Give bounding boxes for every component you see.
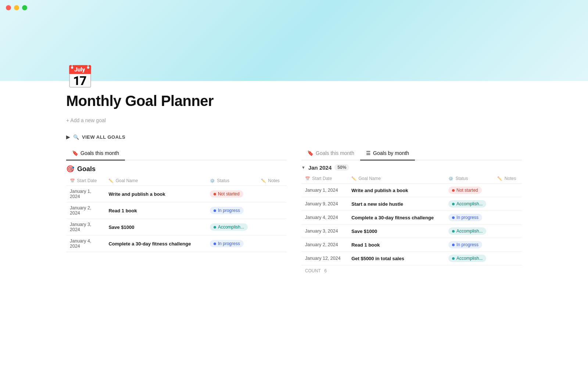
right-tab-nav: 🔖 Goals this month ☰ Goals by month <box>301 147 522 160</box>
right-column: 🔖 Goals this month ☰ Goals by month ▼ Ja… <box>301 147 522 276</box>
right-col-status: ⚙️ Status <box>445 174 494 184</box>
goal-name-cell[interactable]: Start a new side hustle <box>348 197 445 211</box>
close-button[interactable] <box>6 5 11 10</box>
group-header: ▼ Jan 2024 50% <box>301 160 522 174</box>
goal-name-cell[interactable]: Complete a 30-day fitness challenge <box>348 211 445 224</box>
goal-name-cell[interactable]: Read 1 book <box>348 238 445 252</box>
right-data-table: 📅 Start Date ✏️ Goal Name ⚙️ Status ✏ <box>301 174 522 265</box>
col-notes: ✏️ Notes <box>257 176 287 186</box>
page-icon: 📅 <box>66 66 522 88</box>
percent-badge: 50% <box>334 164 349 171</box>
page-title: Monthly Goal Planner <box>66 93 522 109</box>
col-goal-name: ✏️ Goal Name <box>105 176 206 186</box>
col-status: ⚙️ Status <box>206 176 257 186</box>
notes-cell[interactable] <box>494 238 522 252</box>
table-row: January 4,2024 Complete a 30-day fitness… <box>66 236 287 252</box>
tab-goals-by-month[interactable]: ☰ Goals by month <box>360 147 415 160</box>
right-col-start-date: 📅 Start Date <box>301 174 348 184</box>
table-row: January 12, 2024 Get $5000 in total sale… <box>301 252 522 265</box>
view-all-goals[interactable]: ▶ 🔍 VIEW ALL GOALS <box>66 134 522 140</box>
target-icon: 🎯 <box>66 165 74 173</box>
status-cell[interactable]: Accomplish... <box>445 197 494 211</box>
search-icon: 🔍 <box>73 134 79 140</box>
table-row: January 2,2024 Read 1 book In progress <box>66 202 287 219</box>
tab-by-month-label: Goals by month <box>373 150 409 156</box>
right-table-header-row: 📅 Start Date ✏️ Goal Name ⚙️ Status ✏ <box>301 174 522 184</box>
left-column: 🔖 Goals this month 🎯 Goals 📅 Start Da <box>66 147 287 252</box>
status-badge: In progress <box>210 207 244 214</box>
status-cell[interactable]: In progress <box>206 202 257 219</box>
goal-name-cell[interactable]: Save $1000 <box>105 219 206 236</box>
notes-cell[interactable] <box>257 219 287 236</box>
status-dot <box>452 189 455 192</box>
tab-goals-this-month[interactable]: 🔖 Goals this month <box>66 147 125 160</box>
status-badge: Accomplish... <box>448 227 486 235</box>
status-badge: Accomplish... <box>210 223 248 231</box>
triangle-icon: ▶ <box>66 134 70 140</box>
goal-name-cell[interactable]: Save $1000 <box>348 224 445 238</box>
status-cell[interactable]: Not started <box>206 186 257 202</box>
count-row: COUNT 6 <box>301 265 522 276</box>
table-row: January 3, 2024 Save $1000 Accomplish... <box>301 224 522 238</box>
date-cell: January 12, 2024 <box>301 252 348 265</box>
status-cell[interactable]: Accomplish... <box>445 224 494 238</box>
status-cell[interactable]: Not started <box>445 184 494 197</box>
status-cell[interactable]: Accomplish... <box>206 219 257 236</box>
status-dot <box>214 243 216 245</box>
status-cell[interactable]: In progress <box>445 211 494 224</box>
notes-cell[interactable] <box>257 186 287 202</box>
status-badge: In progress <box>448 214 482 221</box>
group-label: Jan 2024 <box>308 164 331 171</box>
goal-name-cell[interactable]: Write and publish a book <box>348 184 445 197</box>
notes-cell[interactable] <box>494 211 522 224</box>
goal-name-cell[interactable]: Read 1 book <box>105 202 206 219</box>
notes-cell[interactable] <box>494 184 522 197</box>
status-dot <box>214 193 216 195</box>
table-row: January 4, 2024 Complete a 30-day fitnes… <box>301 211 522 224</box>
status-cell[interactable]: In progress <box>445 238 494 252</box>
date-cell: January 2, 2024 <box>301 238 348 252</box>
list-icon-right: ☰ <box>366 150 371 156</box>
left-tab-nav: 🔖 Goals this month <box>66 147 287 160</box>
notes-cell[interactable] <box>494 197 522 211</box>
status-badge: Accomplish... <box>448 255 486 262</box>
col-start-date: 📅 Start Date <box>66 176 105 186</box>
notes-cell[interactable] <box>494 224 522 238</box>
goal-name-cell[interactable]: Write and publish a book <box>105 186 206 202</box>
tab-goals-this-month-right[interactable]: 🔖 Goals this month <box>301 147 360 160</box>
tab-label-right: Goals this month <box>316 150 354 156</box>
left-table-header: 🎯 Goals <box>66 160 287 176</box>
status-dot <box>452 203 455 205</box>
goal-name-cell[interactable]: Get $5000 in total sales <box>348 252 445 265</box>
status-badge: Not started <box>210 190 243 198</box>
notes-cell[interactable] <box>257 236 287 252</box>
status-badge: In progress <box>448 241 482 248</box>
minimize-button[interactable] <box>14 5 19 10</box>
add-goal-button[interactable]: + Add a new goal <box>66 115 522 125</box>
table-header-row: 📅 Start Date ✏️ Goal Name ⚙️ Status <box>66 176 287 186</box>
notes-cell[interactable] <box>257 202 287 219</box>
chevron-down-icon: ▼ <box>301 165 305 170</box>
notes-cell[interactable] <box>494 252 522 265</box>
date-cell: January 4,2024 <box>66 236 105 252</box>
status-cell[interactable]: In progress <box>206 236 257 252</box>
status-badge: Not started <box>448 187 482 194</box>
status-dot <box>214 226 216 229</box>
table-row: January 9, 2024 Start a new side hustle … <box>301 197 522 211</box>
status-badge: In progress <box>210 240 244 247</box>
count-label: COUNT <box>305 268 320 273</box>
date-cell: January 1, 2024 <box>301 184 348 197</box>
bookmark-icon: 🔖 <box>72 150 78 156</box>
table-row: January 2, 2024 Read 1 book In progress <box>301 238 522 252</box>
two-column-layout: 🔖 Goals this month 🎯 Goals 📅 Start Da <box>66 147 522 276</box>
date-cell: January 3, 2024 <box>301 224 348 238</box>
right-col-goal-name: ✏️ Goal Name <box>348 174 445 184</box>
status-dot <box>452 257 455 260</box>
status-cell[interactable]: Accomplish... <box>445 252 494 265</box>
date-cell: January 3,2024 <box>66 219 105 236</box>
maximize-button[interactable] <box>22 5 27 10</box>
right-col-notes: ✏️ Notes <box>494 174 522 184</box>
goal-name-cell[interactable]: Complete a 30-day fitness challenge <box>105 236 206 252</box>
table-row: January 3,2024 Save $1000 Accomplish... <box>66 219 287 236</box>
left-data-table: 📅 Start Date ✏️ Goal Name ⚙️ Status <box>66 176 287 252</box>
